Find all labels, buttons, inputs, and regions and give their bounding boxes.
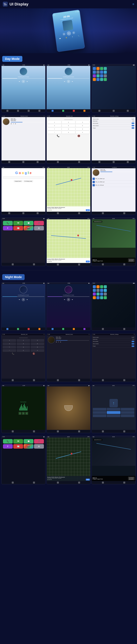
- carplay-bottom-2[interactable]: [33, 264, 35, 265]
- auto-connect-toggle[interactable]: [132, 125, 134, 126]
- night-appgrid-nav-2[interactable]: [123, 328, 125, 330]
- night-nav-8[interactable]: [84, 328, 86, 330]
- night-bt-progress[interactable]: [56, 340, 89, 340]
- key-2[interactable]: 2: [62, 121, 75, 124]
- night-app-10[interactable]: [96, 292, 100, 296]
- night-key-7[interactable]: 7: [3, 346, 16, 348]
- night-key-8[interactable]: 8: [17, 346, 30, 348]
- bottom-icon-1[interactable]: [52, 110, 54, 112]
- night-next-1[interactable]: ⏭: [26, 298, 28, 301]
- settings-bottom-2[interactable]: [113, 161, 115, 163]
- map-bottom-1[interactable]: [57, 212, 59, 214]
- night-app-11[interactable]: [100, 292, 103, 296]
- key-7[interactable]: 7: [48, 128, 61, 130]
- nav-icon-2[interactable]: [17, 110, 19, 112]
- night-end-btn[interactable]: 📵: [32, 352, 35, 355]
- night-bt-nav-1[interactable]: [57, 379, 59, 381]
- night-nav-play[interactable]: ▶: [131, 478, 132, 480]
- night-go-btn[interactable]: GO: [86, 479, 90, 480]
- night-ios-settings[interactable]: ⚙: [34, 444, 44, 448]
- night-bt-next[interactable]: ⏭: [60, 342, 61, 342]
- night-key-3[interactable]: 3: [30, 339, 44, 342]
- night-dir-nav-1[interactable]: [102, 430, 104, 432]
- night-app-1[interactable]: [93, 285, 96, 288]
- settings-bottom-1[interactable]: [98, 161, 100, 163]
- night-ios-messages[interactable]: 💬: [24, 439, 34, 444]
- app-icon-15[interactable]: [100, 78, 103, 81]
- night-nav-3[interactable]: [28, 328, 30, 330]
- ios-maps-icon[interactable]: 🗺: [13, 221, 23, 225]
- night-nav-6[interactable]: [62, 328, 64, 330]
- dir-cell-9[interactable]: [121, 414, 134, 417]
- bt-progress[interactable]: [11, 122, 44, 122]
- dir-cell-8[interactable]: [107, 414, 120, 417]
- night-key-1[interactable]: 1: [3, 339, 16, 342]
- next-btn-2[interactable]: ⏭: [71, 80, 74, 82]
- call-bottom-2[interactable]: [78, 161, 80, 163]
- app-icon-2[interactable]: [96, 67, 100, 70]
- night-nav-1[interactable]: [6, 328, 8, 330]
- file-item-2[interactable]: 华东_25_5958E.mp3: [92, 180, 134, 184]
- night-cp-nav-1[interactable]: [12, 482, 14, 484]
- wave-prev[interactable]: ⏮: [18, 412, 22, 415]
- google-search-btn[interactable]: Google Search: [14, 180, 22, 182]
- night-nav-next[interactable]: ⏭: [132, 478, 133, 480]
- dir-cell-2[interactable]: [107, 408, 120, 411]
- bottom-icon-3[interactable]: [73, 110, 75, 112]
- prev-btn-2[interactable]: ⏮: [64, 80, 66, 82]
- ios-messages-icon[interactable]: 💬: [24, 221, 34, 225]
- progress-bar-2[interactable]: [48, 78, 90, 78]
- night-progress-2[interactable]: [48, 296, 90, 297]
- key-6[interactable]: 6: [76, 124, 89, 127]
- nav-icon-3[interactable]: [28, 110, 30, 112]
- nav-next[interactable]: ⏭: [132, 260, 133, 262]
- bottom-icon-4[interactable]: [84, 110, 86, 112]
- ios-photos-icon[interactable]: 📷: [24, 226, 34, 230]
- prev-btn[interactable]: ⏮: [18, 80, 20, 82]
- night-ios-podcast[interactable]: 🎙: [3, 444, 13, 448]
- night-prev-1[interactable]: ⏮: [18, 298, 20, 301]
- app-icon-10[interactable]: [96, 74, 100, 77]
- night-ios-photos[interactable]: 📷: [24, 444, 34, 448]
- bottom-nav-1[interactable]: [98, 110, 100, 112]
- night-auto-connect-toggle[interactable]: [132, 343, 134, 344]
- night-nav-nav-2[interactable]: [123, 482, 125, 484]
- night-bt-play[interactable]: ⏸: [58, 342, 59, 342]
- local-bottom-2[interactable]: [123, 212, 125, 214]
- next-button[interactable]: ⏭: [72, 31, 75, 34]
- night-key-5[interactable]: 5: [17, 342, 30, 345]
- night-call-nav-2[interactable]: [33, 379, 35, 381]
- night-play-1[interactable]: ⏸: [22, 298, 25, 301]
- night-next-2[interactable]: ⏭: [71, 298, 74, 301]
- local-progress[interactable]: [100, 172, 134, 172]
- app-icon-7[interactable]: [100, 71, 103, 74]
- night-app-6[interactable]: [96, 289, 100, 292]
- call-bottom-1[interactable]: [57, 161, 59, 163]
- night-app-14[interactable]: [96, 296, 100, 299]
- nav-play[interactable]: ▶: [131, 260, 132, 262]
- night-app-16[interactable]: [104, 296, 107, 299]
- night-progress-1[interactable]: [2, 296, 44, 297]
- night-map-nav-1[interactable]: [57, 482, 59, 484]
- nav-icon-1[interactable]: [6, 110, 8, 112]
- app-icon-4[interactable]: [104, 67, 107, 70]
- go-button[interactable]: GO: [86, 209, 90, 211]
- night-wave-nav-1[interactable]: [12, 430, 14, 432]
- night-settings-nav-2[interactable]: [123, 379, 125, 381]
- night-app-2[interactable]: [96, 285, 100, 288]
- app-icon-8[interactable]: [104, 71, 107, 74]
- map-rest-bottom-1[interactable]: [57, 264, 59, 266]
- next-btn[interactable]: ⏭: [26, 80, 28, 82]
- night-bt-nav-2[interactable]: [78, 379, 80, 381]
- key-5[interactable]: 5: [62, 124, 75, 127]
- app-icon-12[interactable]: [104, 74, 107, 77]
- google-bottom-3[interactable]: [37, 212, 38, 214]
- night-app-5[interactable]: [93, 289, 96, 292]
- night-ios-phone[interactable]: 📞: [3, 439, 13, 444]
- ios-podcast-icon[interactable]: 🎙: [3, 226, 13, 230]
- call-answer-btn[interactable]: 📞: [57, 134, 60, 137]
- night-appgrid-nav-1[interactable]: [102, 328, 104, 330]
- dir-cell-7[interactable]: [93, 414, 106, 417]
- night-call-nav-1[interactable]: [12, 379, 14, 381]
- night-key-0[interactable]: 0: [17, 349, 30, 352]
